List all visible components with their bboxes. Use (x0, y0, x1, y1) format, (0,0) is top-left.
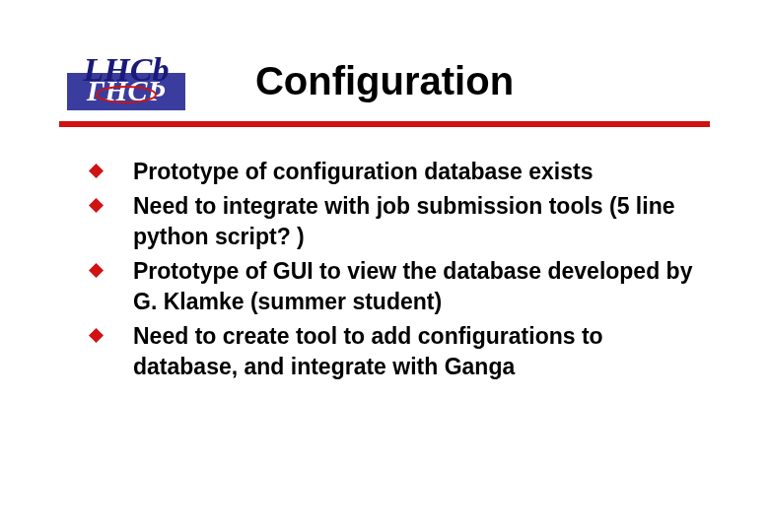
title-wrap: Configuration (59, 39, 710, 103)
slide-title: Configuration (59, 59, 710, 103)
header: Configuration (0, 0, 769, 103)
svg-marker-7 (89, 328, 104, 343)
content: Prototype of configuration database exis… (0, 127, 769, 382)
bullet-list: Prototype of configuration database exis… (89, 157, 710, 382)
diamond-bullet-icon (89, 198, 104, 213)
list-item: Prototype of GUI to view the database de… (89, 256, 710, 317)
bullet-text: Need to create tool to add configuration… (133, 321, 710, 382)
svg-marker-6 (89, 263, 104, 278)
list-item: Need to create tool to add configuration… (89, 321, 710, 382)
list-item: Need to integrate with job submission to… (89, 191, 710, 252)
diamond-bullet-icon (89, 164, 104, 178)
diamond-bullet-icon (89, 328, 104, 343)
slide: ΓHCÞ LHCb Configuration Prototype of con… (0, 0, 769, 532)
svg-marker-4 (89, 164, 104, 178)
svg-marker-5 (89, 198, 104, 213)
bullet-text: Need to integrate with job submission to… (133, 191, 710, 252)
bullet-text: Prototype of configuration database exis… (133, 157, 593, 187)
list-item: Prototype of configuration database exis… (89, 157, 710, 187)
bullet-text: Prototype of GUI to view the database de… (133, 256, 710, 317)
diamond-bullet-icon (89, 263, 104, 278)
